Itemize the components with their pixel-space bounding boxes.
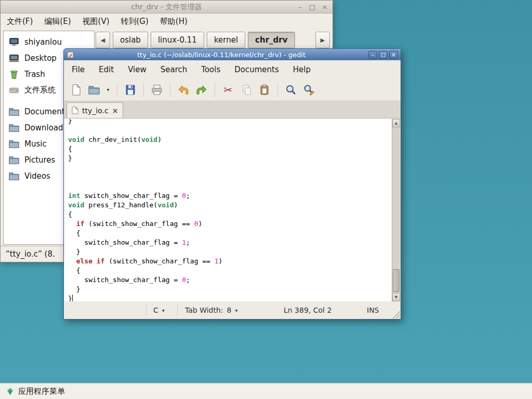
language-combo[interactable]: C ▾ xyxy=(153,301,165,319)
fm-menu-go[interactable]: 转到(G) xyxy=(121,17,149,26)
search-icon xyxy=(285,84,297,96)
print-button[interactable] xyxy=(149,82,165,98)
code-area[interactable]: } void chr_dev_init(void){} int switch_s… xyxy=(64,119,392,301)
save-button[interactable] xyxy=(123,82,138,98)
gedit-tabbar: tty_io.c × xyxy=(64,101,401,118)
computer-icon xyxy=(8,36,20,48)
fm-menu-view[interactable]: 视图(V) xyxy=(83,17,110,26)
folder-icon xyxy=(8,154,20,166)
print-icon xyxy=(151,84,163,96)
scroll-down-icon: ▼ xyxy=(395,295,397,299)
fm-sidebar-label: 文件系统 xyxy=(24,85,56,95)
new-document-button[interactable] xyxy=(68,82,84,98)
redo-button[interactable] xyxy=(194,82,209,98)
new-document-icon xyxy=(70,84,82,96)
find-replace-icon xyxy=(303,84,315,96)
gedit-toolbar: ▾ ✂ xyxy=(64,78,401,101)
copy-button[interactable] xyxy=(238,82,254,98)
cut-button[interactable]: ✂ xyxy=(220,82,236,98)
cut-icon: ✂ xyxy=(224,84,233,96)
gedit-window-title: tty_io.c (~/oslab/linux-0.11/kernel/chr_… xyxy=(74,51,368,59)
taskbar: 应用程序菜单 xyxy=(0,383,532,399)
fm-path-button-kernel[interactable]: kernel xyxy=(207,32,245,48)
gedit-menu-search[interactable]: Search xyxy=(161,65,188,74)
document-icon xyxy=(72,107,78,114)
gedit-close-button[interactable]: × xyxy=(389,51,398,59)
fm-menubar: 文件(F) 编辑(E) 视图(V) 转到(G) 帮助(H) xyxy=(1,14,332,29)
replace-button[interactable] xyxy=(301,82,317,98)
toolbar-separator xyxy=(277,83,278,97)
gedit-menubar: File Edit View Search Tools Documents He… xyxy=(64,60,401,78)
fm-forward-button[interactable]: ▶ xyxy=(315,32,330,48)
fm-path-button-linux-0-11[interactable]: linux-0.11 xyxy=(151,32,204,48)
fm-menu-edit[interactable]: 编辑(E) xyxy=(44,17,71,26)
fm-path-button-oslab[interactable]: oslab xyxy=(113,32,148,48)
gedit-menu-view[interactable]: View xyxy=(128,65,147,74)
folder-icon xyxy=(8,106,20,117)
fm-titlebar[interactable]: chr_drv - 文件管理器 – □ × xyxy=(1,1,332,14)
gedit-menu-file[interactable]: File xyxy=(72,65,85,74)
fm-window-buttons: – □ × xyxy=(296,1,328,13)
gedit-app-icon xyxy=(66,51,74,59)
fm-maximize-button[interactable]: □ xyxy=(309,3,316,11)
folder-icon xyxy=(8,122,20,134)
chevron-down-icon: ▾ xyxy=(107,87,109,92)
folder-open-icon xyxy=(88,84,100,96)
gedit-minimize-button[interactable]: – xyxy=(368,51,377,59)
fm-sidebar-label: shiyanlou xyxy=(24,37,62,47)
cursor-position: Ln 389, Col 2 xyxy=(284,301,331,319)
scroll-up-icon: ▲ xyxy=(395,121,397,125)
toolbar-separator xyxy=(170,83,170,97)
gedit-maximize-button[interactable]: □ xyxy=(379,51,388,59)
applications-menu-label: 应用程序菜单 xyxy=(18,387,65,396)
scroll-up-button[interactable]: ▲ xyxy=(392,119,400,127)
applications-menu-icon xyxy=(6,388,14,395)
save-icon xyxy=(124,84,137,96)
resize-grip[interactable] xyxy=(392,311,400,318)
gedit-menu-edit[interactable]: Edit xyxy=(99,65,114,74)
fm-path-button-chr-drv[interactable]: chr_drv xyxy=(248,32,295,48)
fm-menu-help[interactable]: 帮助(H) xyxy=(160,17,188,26)
fm-back-button[interactable]: ◀ xyxy=(96,32,110,48)
fm-main-area: ◀ oslab linux-0.11 kernel chr_drv ▶ xyxy=(96,32,330,49)
tab-width-value: 8 xyxy=(227,306,232,314)
fm-sidebar-label: Music xyxy=(24,139,47,149)
chevron-down-icon: ▾ xyxy=(235,308,237,313)
open-button[interactable] xyxy=(86,82,102,98)
tab-width-combo[interactable]: Tab Width: 8 ▾ xyxy=(185,301,238,319)
toolbar-separator xyxy=(215,83,215,97)
input-mode: INS xyxy=(367,301,379,319)
toolbar-separator xyxy=(143,83,144,97)
tab-close-icon[interactable]: × xyxy=(112,107,118,115)
tab-width-label: Tab Width: xyxy=(185,306,223,314)
find-button[interactable] xyxy=(283,82,299,98)
fm-sidebar-item-shiyanlou[interactable]: shiyanlou xyxy=(4,34,94,50)
fm-window-title: chr_drv - 文件管理器 xyxy=(1,1,332,13)
scroll-down-button[interactable]: ▼ xyxy=(392,293,400,301)
applications-menu-button[interactable]: 应用程序菜单 xyxy=(0,383,71,399)
drive-icon xyxy=(8,85,20,96)
fm-menu-file[interactable]: 文件(F) xyxy=(7,17,33,26)
vertical-scrollbar[interactable]: ▲ ▼ xyxy=(392,119,400,301)
gedit-window: tty_io.c (~/oslab/linux-0.11/kernel/chr_… xyxy=(63,48,401,320)
gedit-menu-documents[interactable]: Documents xyxy=(234,65,279,74)
fm-sidebar-label: Videos xyxy=(24,171,50,181)
copy-icon xyxy=(240,84,252,96)
fm-close-button[interactable]: × xyxy=(321,3,328,11)
open-dropdown-button[interactable]: ▾ xyxy=(104,87,112,92)
fm-minimize-button[interactable]: – xyxy=(296,3,303,11)
scrollbar-thumb[interactable] xyxy=(393,269,400,292)
folder-icon xyxy=(8,138,20,150)
fm-sidebar-label: Downloads xyxy=(24,123,67,132)
toolbar-separator xyxy=(117,83,117,97)
paste-button[interactable] xyxy=(257,82,272,98)
fm-sidebar-label: Pictures xyxy=(24,155,55,165)
chevron-down-icon: ▾ xyxy=(162,308,165,313)
folder-icon xyxy=(8,170,20,182)
gedit-menu-tools[interactable]: Tools xyxy=(201,65,220,74)
gedit-menu-help[interactable]: Help xyxy=(293,65,311,74)
undo-button[interactable] xyxy=(176,82,191,98)
fm-sidebar-label: Trash xyxy=(24,70,45,79)
gedit-titlebar[interactable]: tty_io.c (~/oslab/linux-0.11/kernel/chr_… xyxy=(64,49,401,60)
tab-tty-io-c[interactable]: tty_io.c × xyxy=(66,102,123,118)
